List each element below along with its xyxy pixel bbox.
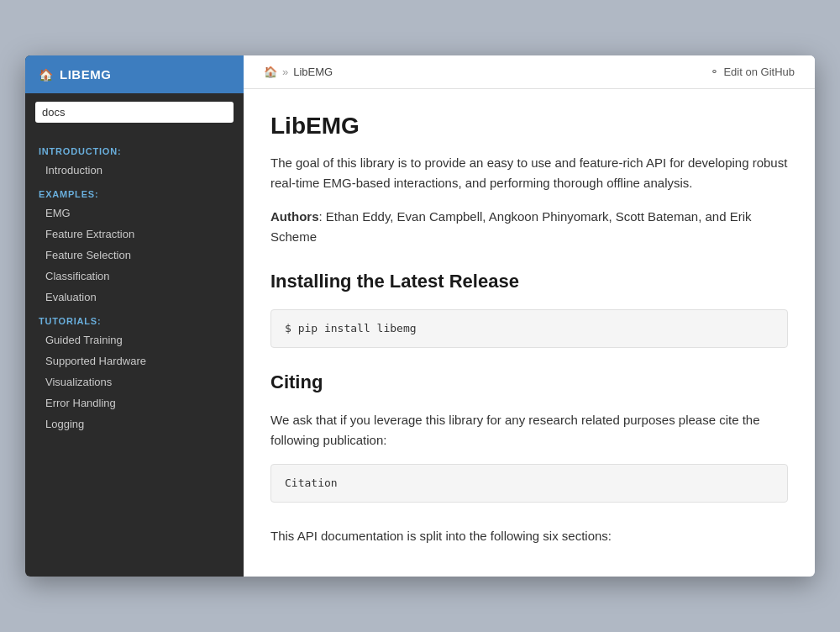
edit-on-github-link[interactable]: ⚬ Edit on GitHub <box>710 66 795 78</box>
sidebar-title: LIBEMG <box>60 67 111 82</box>
authors-value: : Ethan Eddy, Evan Campbell, Angkoon Phi… <box>270 209 752 244</box>
sidebar-item-emg[interactable]: EMG <box>25 203 244 224</box>
install-code-block: $ pip install libemg <box>270 309 788 348</box>
sidebar-item-introduction[interactable]: Introduction <box>25 160 244 181</box>
breadcrumb: 🏠 » LibEMG <box>264 66 333 78</box>
sidebar-item-feature-extraction[interactable]: Feature Extraction <box>25 224 244 245</box>
sidebar-item-evaluation[interactable]: Evaluation <box>25 287 244 308</box>
breadcrumb-current: LibEMG <box>293 66 333 78</box>
authors-line: Authors: Ethan Eddy, Evan Campbell, Angk… <box>270 207 788 247</box>
sidebar-item-feature-selection[interactable]: Feature Selection <box>25 245 244 266</box>
citation-block: Citation <box>270 464 788 503</box>
main-content: 🏠 » LibEMG ⚬ Edit on GitHub LibEMG The g… <box>244 55 815 577</box>
citation-placeholder: Citation <box>285 477 338 489</box>
sidebar-item-supported-hardware[interactable]: Supported Hardware <box>25 350 244 371</box>
sidebar-item-error-handling[interactable]: Error Handling <box>25 392 244 413</box>
sidebar-item-classification[interactable]: Classification <box>25 266 244 287</box>
sidebar-item-logging[interactable]: Logging <box>25 413 244 434</box>
content-body: LibEMG The goal of this library is to pr… <box>244 89 815 570</box>
sidebar-item-guided-training[interactable]: Guided Training <box>25 329 244 350</box>
sidebar-nav: INTRODUCTION: Introduction EXAMPLES: EMG… <box>25 131 244 577</box>
cite-text: We ask that if you leverage this library… <box>270 410 788 450</box>
install-section-title: Installing the Latest Release <box>270 271 788 298</box>
breadcrumb-home-icon[interactable]: 🏠 <box>264 66 277 78</box>
nav-section-examples: EXAMPLES: <box>25 181 244 203</box>
install-command: $ pip install libemg <box>285 322 417 334</box>
nav-section-tutorials: TUTORIALS: <box>25 308 244 329</box>
sidebar-item-visualizations[interactable]: Visualizations <box>25 371 244 392</box>
github-icon: ⚬ <box>710 66 719 78</box>
page-title: LibEMG <box>270 113 788 140</box>
sidebar-header: 🏠 LIBEMG <box>25 55 244 93</box>
nav-section-introduction: INTRODUCTION: <box>25 138 244 160</box>
search-input[interactable] <box>35 102 234 123</box>
sections-text: This API documentation is split into the… <box>270 526 788 546</box>
authors-label: Authors <box>270 209 319 224</box>
cite-section-title: Citing <box>270 371 788 398</box>
home-icon: 🏠 <box>39 68 53 82</box>
app-window: 🏠 LIBEMG INTRODUCTION: Introduction EXAM… <box>25 55 815 577</box>
intro-text: The goal of this library is to provide a… <box>270 153 788 193</box>
topbar: 🏠 » LibEMG ⚬ Edit on GitHub <box>244 55 815 89</box>
breadcrumb-separator: » <box>282 66 288 78</box>
sidebar: 🏠 LIBEMG INTRODUCTION: Introduction EXAM… <box>25 55 244 577</box>
edit-github-label: Edit on GitHub <box>723 66 795 78</box>
sidebar-search-container <box>25 93 244 131</box>
